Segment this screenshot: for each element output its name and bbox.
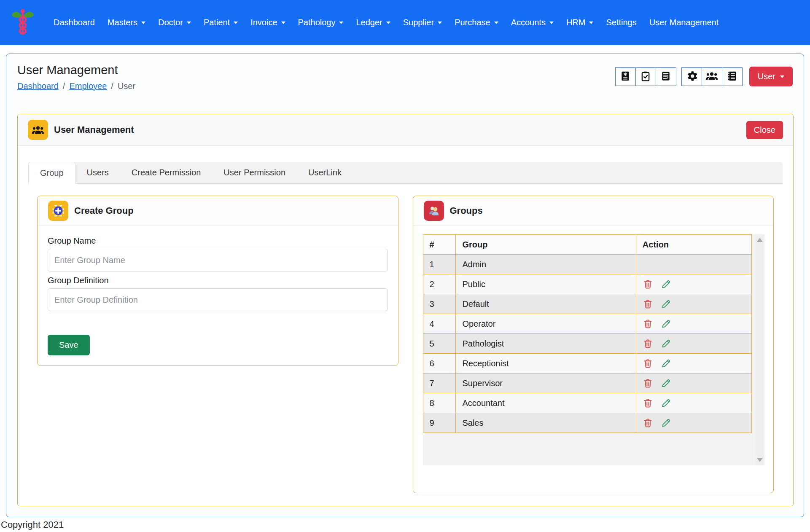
clipboard-check-icon [640, 70, 651, 83]
group-name-label: Group Name [48, 236, 388, 246]
table-scrollbar[interactable] [755, 234, 764, 465]
groups-header: Groups [413, 196, 774, 226]
chevron-down-icon [386, 21, 390, 24]
nav-item-masters[interactable]: Masters [101, 18, 152, 27]
nav-item-ledger[interactable]: Ledger [350, 18, 396, 27]
table-row: 4 Operator [423, 314, 751, 334]
row-group-name: Public [456, 274, 636, 294]
pencil-icon[interactable] [661, 318, 671, 329]
table-row: 5 Pathologist [423, 334, 751, 354]
users-group-icon [28, 120, 48, 140]
trash-icon[interactable] [643, 358, 653, 369]
nav-item-doctor[interactable]: Doctor [152, 18, 197, 27]
journal-plus-icon [620, 70, 631, 83]
page-title: User Management [17, 63, 135, 77]
group-definition-input[interactable] [48, 288, 388, 311]
pencil-icon[interactable] [661, 358, 671, 369]
column-header: Action [636, 235, 751, 255]
gear-icon [686, 70, 697, 83]
column-header: Group [456, 235, 636, 255]
create-group-title: Create Group [74, 205, 134, 216]
trash-icon[interactable] [643, 417, 653, 428]
nav-item-invoice[interactable]: Invoice [244, 18, 291, 27]
row-number: 4 [423, 314, 456, 334]
brand-logo[interactable] [11, 8, 35, 38]
report-list-button[interactable] [656, 67, 676, 86]
nav-item-user-management[interactable]: User Management [643, 18, 725, 27]
row-group-name: Accountant [456, 393, 636, 413]
report-list-icon [660, 70, 671, 83]
card-title: User Management [54, 124, 134, 135]
row-group-name: Sales [456, 413, 636, 433]
chevron-down-icon [339, 21, 343, 24]
pencil-icon[interactable] [661, 398, 671, 408]
pencil-icon[interactable] [661, 378, 671, 389]
top-navbar: DashboardMastersDoctorPatientInvoicePath… [0, 0, 810, 45]
table-header-row: #GroupAction [423, 235, 751, 255]
breadcrumb: Dashboard / Employee / User [17, 81, 135, 91]
table-row: 1 Admin [423, 255, 751, 274]
pencil-icon[interactable] [661, 417, 671, 428]
group-name-input[interactable] [48, 249, 388, 271]
trash-icon[interactable] [643, 318, 653, 329]
clipboard-check-button[interactable] [635, 67, 656, 86]
caduceus-icon [11, 8, 35, 38]
pencil-icon[interactable] [661, 298, 671, 309]
nav-item-hrm[interactable]: HRM [560, 18, 600, 27]
tab-user-permission[interactable]: User Permission [212, 162, 297, 183]
user-dropdown-button[interactable]: User [749, 67, 793, 86]
pencil-icon[interactable] [661, 338, 671, 349]
row-group-name: Admin [456, 255, 636, 274]
main-menu: DashboardMastersDoctorPatientInvoicePath… [47, 18, 725, 27]
row-number: 6 [423, 354, 456, 373]
row-group-name: Default [456, 294, 636, 314]
row-group-name: Supervisor [456, 373, 636, 393]
close-button[interactable]: Close [746, 121, 783, 139]
nav-item-settings[interactable]: Settings [600, 18, 643, 27]
nav-item-supplier[interactable]: Supplier [397, 18, 448, 27]
nav-item-patient[interactable]: Patient [197, 18, 244, 27]
scroll-down-arrow-icon[interactable] [757, 458, 763, 462]
chevron-down-icon [780, 75, 784, 78]
breadcrumb-employee[interactable]: Employee [69, 81, 107, 91]
table-row: 7 Supervisor [423, 373, 751, 393]
trash-icon[interactable] [643, 279, 653, 290]
quick-toolbar: User [615, 67, 793, 86]
users-icon [705, 71, 718, 82]
chevron-down-icon [494, 21, 498, 24]
user-groups-button[interactable] [702, 67, 722, 86]
groups-title: Groups [450, 205, 483, 216]
chevron-down-icon [438, 21, 442, 24]
pencil-icon[interactable] [661, 279, 671, 290]
journal-plus-button[interactable] [615, 67, 636, 86]
ledger-book-icon [727, 70, 738, 83]
tab-users[interactable]: Users [75, 162, 120, 183]
nav-item-pathology[interactable]: Pathology [292, 18, 350, 27]
scroll-up-arrow-icon[interactable] [757, 238, 763, 242]
copyright-text: Copyright 2021 [1, 519, 810, 530]
breadcrumb-dashboard[interactable]: Dashboard [17, 81, 59, 91]
nav-item-purchase[interactable]: Purchase [448, 18, 505, 27]
save-button[interactable]: Save [48, 335, 90, 355]
create-group-panel: Create Group Group Name Group Definition… [37, 196, 398, 366]
table-row: 8 Accountant [423, 393, 751, 413]
ledger-book-button[interactable] [722, 67, 743, 86]
trash-icon[interactable] [643, 398, 653, 408]
settings-gear-button[interactable] [681, 67, 702, 86]
page-container: User Management Dashboard / Employee / U… [6, 54, 804, 517]
tab-userlink[interactable]: UserLink [297, 162, 353, 183]
trash-icon[interactable] [643, 338, 653, 349]
row-number: 8 [423, 393, 456, 413]
add-circle-icon [48, 201, 68, 221]
trash-icon[interactable] [643, 378, 653, 389]
tab-create-permission[interactable]: Create Permission [120, 162, 213, 183]
tab-group[interactable]: Group [28, 162, 75, 184]
groups-table-scroll-area: #GroupAction 1 Admin 2 Public [423, 234, 764, 465]
nav-item-dashboard[interactable]: Dashboard [47, 18, 101, 27]
row-number: 2 [423, 274, 456, 294]
trash-icon[interactable] [643, 298, 653, 309]
nav-item-accounts[interactable]: Accounts [505, 18, 560, 27]
table-row: 2 Public [423, 274, 751, 294]
people-photo-icon [424, 201, 444, 221]
table-row: 3 Default [423, 294, 751, 314]
